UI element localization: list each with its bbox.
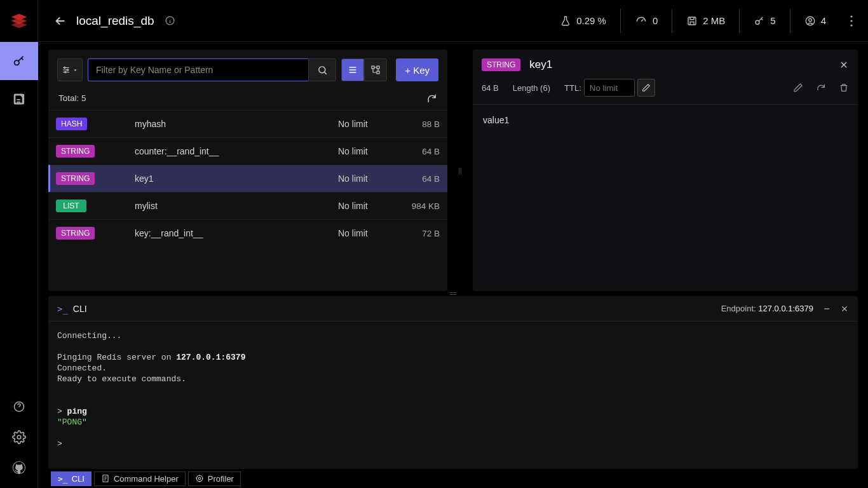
key-row[interactable]: STRINGcounter:__rand_int__No limit64 B bbox=[48, 137, 447, 165]
key-row[interactable]: STRINGkey1No limit64 B bbox=[48, 165, 447, 192]
stat-keys-value: 5 bbox=[770, 15, 775, 26]
svg-point-4 bbox=[17, 435, 21, 439]
tab-helper-label: Command Helper bbox=[114, 474, 179, 484]
add-key-button[interactable]: + Key bbox=[396, 58, 438, 81]
stat-cpu-value: 0.29 % bbox=[576, 15, 606, 26]
svg-point-11 bbox=[850, 15, 852, 17]
cli-title: CLI bbox=[73, 304, 87, 314]
svg-point-13 bbox=[850, 24, 852, 26]
key-row[interactable]: STRINGkey:__rand_int__No limit72 B bbox=[48, 219, 447, 247]
svg-point-14 bbox=[64, 67, 65, 68]
key-size-label: 984 KB bbox=[402, 201, 440, 211]
nav-github[interactable] bbox=[0, 452, 38, 483]
info-icon[interactable] bbox=[165, 15, 175, 26]
key-ttl-label: No limit bbox=[338, 119, 402, 129]
stat-memory-value: 2 MB bbox=[703, 15, 725, 26]
view-list-button[interactable] bbox=[341, 58, 364, 81]
key-type-badge: LIST bbox=[56, 200, 86, 212]
detail-type-badge: STRING bbox=[482, 58, 520, 71]
cli-prompt-icon: >_ bbox=[58, 474, 68, 484]
stat-keys: 5 bbox=[739, 9, 789, 33]
key-size-label: 64 B bbox=[402, 147, 440, 156]
svg-point-17 bbox=[319, 66, 325, 72]
svg-point-10 bbox=[808, 18, 811, 22]
detail-key-name: key1 bbox=[529, 58, 839, 71]
svg-point-23 bbox=[198, 477, 201, 480]
tab-command-helper[interactable]: Command Helper bbox=[94, 471, 186, 486]
key-type-badge: STRING bbox=[56, 172, 95, 185]
cli-close-icon[interactable] bbox=[840, 304, 849, 313]
key-name-label: key:__rand_int__ bbox=[135, 228, 338, 238]
tab-profiler-label: Profiler bbox=[208, 474, 234, 484]
svg-rect-19 bbox=[377, 66, 379, 69]
key-row[interactable]: HASHmyhashNo limit88 B bbox=[48, 110, 447, 137]
key-name-label: counter:__rand_int__ bbox=[135, 146, 338, 156]
stat-commands-value: 0 bbox=[653, 15, 658, 26]
total-keys-label: Total: 5 bbox=[58, 93, 86, 103]
redis-logo bbox=[0, 0, 38, 42]
flask-icon bbox=[560, 15, 571, 27]
back-arrow-icon[interactable] bbox=[53, 14, 67, 28]
top-header: local_redis_db 0.29 % 0 2 MB bbox=[38, 0, 868, 42]
cli-prompt-icon: >_ bbox=[57, 304, 68, 314]
nav-workbench[interactable] bbox=[0, 80, 38, 118]
refresh-value-icon[interactable] bbox=[816, 83, 826, 93]
ttl-edit-button[interactable] bbox=[637, 79, 655, 97]
left-sidebar bbox=[0, 0, 38, 488]
svg-point-9 bbox=[806, 17, 815, 25]
stat-commands: 0 bbox=[620, 9, 672, 33]
delete-key-icon[interactable] bbox=[839, 83, 849, 93]
svg-point-12 bbox=[850, 20, 852, 22]
svg-point-22 bbox=[196, 475, 202, 481]
search-button[interactable] bbox=[308, 58, 336, 81]
cli-minimize-icon[interactable] bbox=[822, 304, 831, 313]
key-name-label: key1 bbox=[135, 173, 338, 184]
horizontal-resize-handle[interactable]: == bbox=[38, 291, 868, 296]
key-type-badge: HASH bbox=[56, 118, 87, 130]
key-name-label: mylist bbox=[135, 201, 338, 211]
detail-length: Length (6) bbox=[513, 83, 550, 93]
vertical-resize-handle[interactable]: || bbox=[458, 50, 463, 291]
stat-clients: 4 bbox=[790, 9, 840, 33]
cli-endpoint: 127.0.0.1:6379 bbox=[758, 304, 813, 313]
database-name: local_redis_db bbox=[76, 14, 154, 28]
user-icon bbox=[804, 15, 816, 27]
view-tree-button[interactable] bbox=[364, 58, 387, 81]
save-icon bbox=[686, 15, 698, 27]
target-icon bbox=[195, 474, 204, 483]
refresh-keys-icon[interactable] bbox=[426, 93, 437, 104]
key-type-badge: STRING bbox=[56, 145, 95, 158]
key-row[interactable]: LISTmylistNo limit984 KB bbox=[48, 192, 447, 219]
key-filter-input[interactable] bbox=[88, 58, 308, 81]
tab-cli[interactable]: >_ CLI bbox=[51, 471, 92, 486]
key-icon bbox=[754, 15, 765, 27]
svg-point-16 bbox=[65, 71, 66, 72]
key-type-badge: STRING bbox=[56, 227, 95, 240]
key-ttl-label: No limit bbox=[338, 201, 402, 211]
tab-profiler[interactable]: Profiler bbox=[188, 471, 241, 486]
nav-keys[interactable] bbox=[0, 42, 38, 80]
close-details-icon[interactable] bbox=[839, 60, 849, 70]
stat-memory: 2 MB bbox=[672, 9, 739, 33]
stat-clients-value: 4 bbox=[821, 15, 826, 26]
svg-point-15 bbox=[67, 69, 68, 71]
nav-settings[interactable] bbox=[0, 422, 38, 452]
filter-options-button[interactable] bbox=[57, 58, 83, 81]
key-name-label: myhash bbox=[135, 119, 338, 129]
document-icon bbox=[101, 474, 110, 483]
kebab-menu-icon[interactable] bbox=[846, 15, 857, 27]
bottom-tabs: >_ CLI Command Helper Profiler bbox=[48, 469, 858, 488]
detail-size: 64 B bbox=[482, 83, 499, 93]
speed-icon bbox=[635, 15, 648, 27]
key-ttl-label: No limit bbox=[338, 228, 402, 238]
svg-rect-7 bbox=[688, 17, 696, 25]
cli-panel: >_ CLI Endpoint: 127.0.0.1:6379 Connecti… bbox=[48, 296, 858, 469]
ttl-input[interactable] bbox=[584, 79, 635, 97]
edit-value-icon[interactable] bbox=[793, 83, 803, 93]
key-ttl-label: No limit bbox=[338, 146, 402, 156]
nav-help[interactable] bbox=[0, 391, 38, 422]
key-size-label: 72 B bbox=[402, 229, 440, 238]
cli-output[interactable]: Connecting... Pinging Redis server on 12… bbox=[48, 322, 858, 469]
tab-cli-label: CLI bbox=[72, 474, 85, 484]
key-ttl-label: No limit bbox=[338, 173, 402, 184]
